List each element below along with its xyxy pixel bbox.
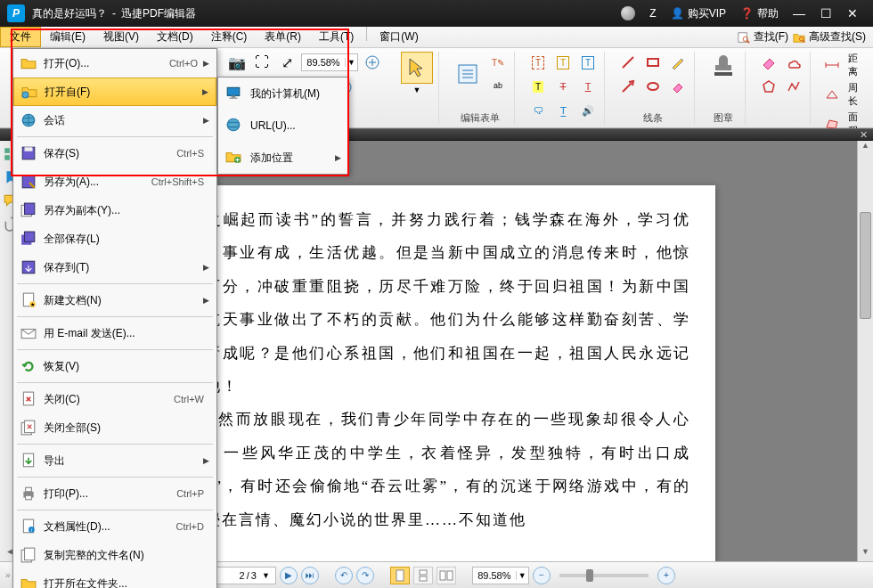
file-menu-item-19[interactable]: 导出▶ (13, 446, 216, 475)
file-menu-item-6[interactable]: 另存为副本(Y)... (13, 196, 216, 225)
distance-button[interactable] (823, 54, 841, 76)
menu-6[interactable]: 工具(T) (310, 27, 363, 47)
zoom-in-status[interactable]: + (657, 567, 675, 584)
oval-button[interactable] (642, 76, 664, 97)
zoom-in-button[interactable] (362, 52, 383, 73)
form-tool[interactable] (452, 58, 484, 90)
menu-7[interactable]: 窗口(W) (371, 27, 427, 47)
single-page-view[interactable] (390, 567, 410, 584)
rect-icon (645, 54, 661, 70)
file-menu-item-17[interactable]: 关闭全部(S) (13, 413, 216, 442)
file-menu-item-16[interactable]: 关闭(C)Ctrl+W (13, 385, 216, 413)
select-tool[interactable] (401, 52, 433, 84)
edit-text-button[interactable]: T✎ (487, 52, 509, 73)
nav-forward-button[interactable]: ↷ (356, 567, 374, 584)
strike-button[interactable]: T (552, 76, 574, 97)
svg-rect-63 (232, 95, 236, 97)
eraser2-icon (761, 54, 777, 70)
file-menu-item-10[interactable]: ★新建文档(N)▶ (13, 286, 216, 314)
user-indicator[interactable]: Z (649, 7, 656, 20)
submenu-item-2[interactable]: 添加位置▶ (218, 142, 348, 174)
menu-1[interactable]: 编辑(E) (41, 27, 94, 47)
expand-button[interactable]: ⤢ (276, 52, 298, 73)
scroll-down-icon[interactable]: ▼ (858, 547, 873, 561)
facing-view[interactable] (436, 567, 456, 584)
zoom-dropdown-icon[interactable]: ▼ (345, 58, 357, 67)
zoom-input[interactable] (302, 57, 345, 68)
file-menu-item-5[interactable]: 另存为(A)...Ctrl+Shift+S (13, 167, 216, 196)
pencil-button[interactable] (667, 52, 689, 73)
zoom-slider[interactable] (559, 574, 649, 577)
advanced-find-button[interactable]: 高级查找(S) (792, 29, 866, 45)
t3-button[interactable]: T (577, 52, 599, 73)
minimize-button[interactable]: — (786, 6, 812, 20)
file-menu-item-2[interactable]: 会话▶ (13, 106, 216, 135)
file-menu-item-21[interactable]: 打印(P)...Ctrl+P (13, 479, 216, 508)
globe-button[interactable] (621, 6, 635, 20)
maximize-button[interactable]: ☐ (812, 6, 839, 20)
rect-button[interactable] (642, 52, 664, 73)
submenu-item-0[interactable]: 我的计算机(M) (218, 78, 348, 110)
file-menu-item-7[interactable]: 全部保存(L) (13, 225, 216, 253)
menu-0[interactable]: 文件 (0, 27, 41, 47)
status-zoom-combo[interactable]: ▼ (472, 567, 529, 584)
scroll-up-icon[interactable]: ▲ (858, 141, 873, 155)
t2-button[interactable]: T (552, 52, 574, 73)
file-menu-item-12[interactable]: 用 E-mail 发送(E)... (13, 319, 216, 347)
vertical-scrollbar[interactable]: ▲ ▼ (857, 141, 873, 561)
cloud-button[interactable] (783, 52, 804, 73)
eraser2-button[interactable] (758, 52, 779, 73)
menu-2[interactable]: 视图(V) (94, 27, 148, 47)
submenu-item-1[interactable]: URL(U)... (218, 110, 348, 142)
status-zoom-dropdown-icon[interactable]: ▼ (516, 571, 528, 580)
close-window-button[interactable]: ✕ (839, 6, 866, 20)
file-menu-item-14[interactable]: 恢复(V) (13, 352, 216, 380)
zoom-out-status[interactable]: − (533, 567, 551, 584)
file-menu-item-24[interactable]: 复制完整的文件名(N) (13, 541, 216, 569)
options-chevron-icon[interactable]: » (5, 570, 11, 580)
file-menu-item-4[interactable]: 保存(S)Ctrl+S (13, 139, 216, 167)
highlight-button[interactable]: T (527, 76, 549, 97)
insert-text-button[interactable]: T̲ (552, 100, 574, 121)
file-menu-item-0[interactable]: 打开(O)...Ctrl+O▶ (13, 49, 216, 78)
polyline-button[interactable] (783, 76, 804, 97)
next-page-button[interactable]: ▶ (280, 567, 298, 584)
fit-button[interactable]: ⛶ (251, 52, 273, 73)
underline-button[interactable]: T (577, 76, 599, 97)
menu-5[interactable]: 表单(R) (256, 27, 310, 47)
menu-3[interactable]: 文档(D) (148, 27, 202, 47)
oval-icon (645, 78, 661, 94)
status-zoom-input[interactable] (473, 570, 516, 581)
save-to-icon (20, 259, 37, 275)
sound-button[interactable]: 🔊 (577, 100, 599, 121)
menu-4[interactable]: 注释(C) (202, 27, 257, 47)
file-menu-item-8[interactable]: 保存到(T)▶ (13, 253, 216, 282)
perimeter-label: 周长 (848, 81, 864, 108)
ab-button[interactable]: ab (487, 75, 509, 96)
zoom-combo[interactable]: ▼ (301, 53, 358, 71)
last-page-button[interactable]: ⏭ (301, 567, 319, 584)
help-button[interactable]: ❓帮助 (740, 6, 779, 21)
close-tab-button[interactable]: ✕ (857, 129, 869, 142)
stamp-button[interactable] (707, 52, 739, 84)
save-all-icon (20, 231, 37, 247)
app-icon: P (7, 4, 25, 22)
scroll-thumb[interactable] (860, 212, 871, 319)
find-button[interactable]: 查找(F) (737, 29, 788, 45)
file-menu-item-1[interactable]: 打开自(F)▶ (13, 78, 216, 106)
eraser-button[interactable] (667, 76, 689, 97)
polygon-button[interactable] (758, 76, 779, 97)
svg-rect-29 (396, 570, 404, 581)
perimeter-button[interactable] (823, 84, 841, 105)
file-menu-item-23[interactable]: i文档属性(D)...Ctrl+D (13, 512, 216, 541)
nav-back-button[interactable]: ↶ (335, 567, 353, 584)
buy-vip-button[interactable]: 👤购买VIP (671, 6, 726, 21)
file-menu-item-25[interactable]: 打开所在文件夹... (13, 569, 216, 588)
camera-button[interactable]: 📷 (226, 52, 248, 73)
line-button[interactable] (617, 52, 639, 73)
arrow-button[interactable] (617, 76, 639, 97)
zoom-slider-knob[interactable] (586, 569, 593, 582)
note-button[interactable]: 🗨 (527, 100, 549, 121)
continuous-view[interactable] (413, 567, 433, 584)
t1-button[interactable]: T (527, 52, 549, 73)
